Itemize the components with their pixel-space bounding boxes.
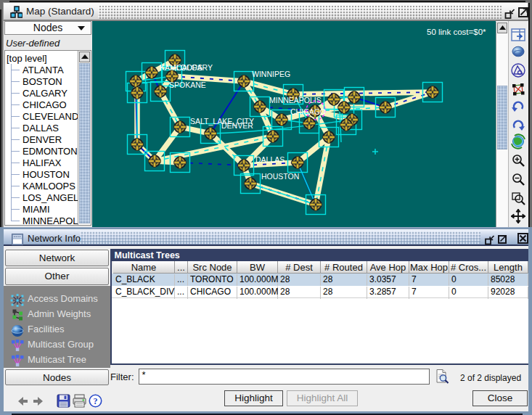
svg-text:CHICAGO: CHICAGO	[290, 107, 326, 116]
svg-text:DENVER: DENVER	[221, 121, 253, 130]
svg-text:MINNEAPOLIS: MINNEAPOLIS	[269, 96, 322, 104]
svg-text:?: ?	[94, 396, 98, 406]
svg-text:SPOKANE: SPOKANE	[169, 81, 206, 89]
svg-text:DALLAS: DALLAS	[255, 155, 285, 164]
svg-text:KAMLOOPS: KAMLOOPS	[160, 63, 202, 72]
svg-text:HOUSTON: HOUSTON	[261, 172, 299, 181]
svg-text:WINNIPEG: WINNIPEG	[252, 70, 290, 78]
svg-text:50 link cost=$0*: 50 link cost=$0*	[427, 28, 486, 36]
